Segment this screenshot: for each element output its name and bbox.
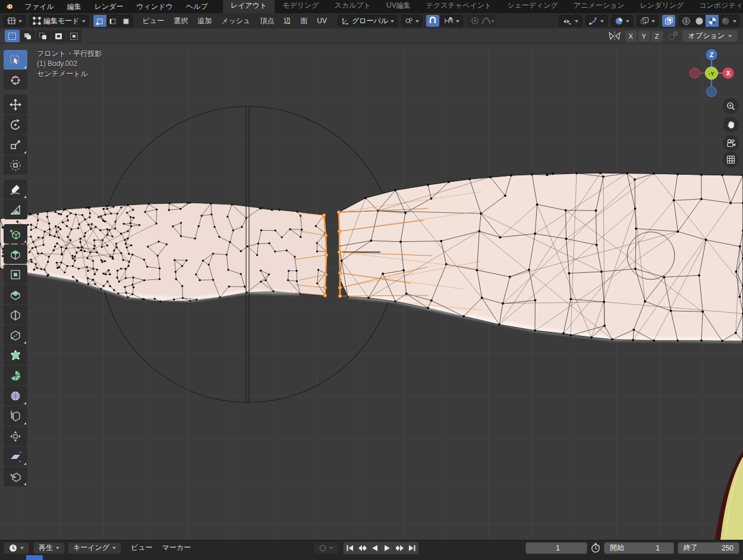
mirror-x-button[interactable]: X: [625, 30, 637, 42]
select-mode-vertex-button[interactable]: [93, 15, 106, 27]
snap-with-dropdown[interactable]: [440, 15, 463, 27]
select-mode-face-button[interactable]: [119, 15, 133, 27]
frame-end-field[interactable]: 終了 250: [678, 542, 739, 554]
tool-shrink-fatten[interactable]: [4, 426, 27, 446]
tab-rendering[interactable]: レンダリング: [632, 0, 692, 13]
shading-rendered-button[interactable]: [719, 15, 732, 27]
tool-smooth[interactable]: [4, 386, 27, 405]
playback-dropdown[interactable]: 再生: [33, 542, 65, 554]
camera-view-button[interactable]: [723, 135, 739, 151]
frame-start-field[interactable]: 開始 1: [604, 542, 674, 554]
menu-select[interactable]: 選択: [169, 14, 193, 28]
tool-annotate[interactable]: [4, 180, 27, 199]
viewport[interactable]: フロント・平行投影 (1) Body.002 センチメートル: [0, 44, 743, 540]
menu-mesh[interactable]: メッシュ: [216, 14, 255, 28]
toggle-xray-button[interactable]: [662, 15, 675, 27]
gizmo-neg-z-axis[interactable]: [707, 87, 717, 97]
snap-target-dropdown[interactable]: [401, 15, 423, 27]
menu-file[interactable]: ファイル: [18, 1, 61, 13]
tool-transform[interactable]: [4, 155, 27, 175]
play-button[interactable]: [381, 542, 393, 554]
mirror-y-button[interactable]: Y: [638, 30, 650, 42]
stopwatch-icon[interactable]: [591, 543, 600, 553]
jump-to-start-button[interactable]: [344, 542, 356, 554]
editor-type-button[interactable]: [4, 15, 26, 27]
tab-animation[interactable]: アニメーション: [566, 0, 632, 13]
tool-spin[interactable]: [4, 366, 27, 385]
timeline-track-strip[interactable]: [0, 555, 743, 560]
tool-cursor[interactable]: [4, 70, 27, 90]
mode-selector[interactable]: 編集モード: [29, 15, 89, 27]
tab-compositing[interactable]: コンポジティング: [691, 0, 743, 13]
timeline-playhead[interactable]: [26, 555, 43, 560]
blender-logo-icon[interactable]: [5, 2, 14, 11]
select-subtract-button[interactable]: [36, 30, 51, 42]
viewport-canvas[interactable]: [0, 44, 743, 540]
tool-measure[interactable]: [4, 200, 27, 219]
shading-solid-button[interactable]: [692, 15, 706, 27]
timeline-editor-type-button[interactable]: [4, 542, 29, 554]
tool-bevel[interactable]: [4, 285, 27, 304]
previous-keyframe-button[interactable]: [356, 542, 369, 554]
tab-modeling[interactable]: モデリング: [275, 0, 326, 13]
pan-button[interactable]: [723, 117, 739, 133]
tool-scale[interactable]: [4, 135, 27, 155]
snap-toggle-button[interactable]: [426, 15, 439, 27]
keying-dropdown[interactable]: キーイング: [68, 542, 121, 554]
auto-keying-toggle[interactable]: [314, 542, 338, 554]
tab-texture-paint[interactable]: テクスチャペイント: [418, 0, 500, 13]
tool-add-cube[interactable]: [4, 224, 27, 244]
menu-window[interactable]: ウィンドウ: [130, 1, 180, 13]
grid-toggle-button[interactable]: [723, 152, 739, 168]
visibility-dropdown[interactable]: [559, 15, 582, 27]
axis-gizmo[interactable]: Z X -Y: [689, 49, 734, 97]
shading-material-button[interactable]: [706, 15, 719, 27]
shading-wireframe-button[interactable]: [679, 15, 692, 27]
mirror-z-button[interactable]: Z: [651, 30, 663, 42]
tool-move[interactable]: [4, 95, 27, 114]
select-intersect-button[interactable]: [67, 30, 81, 42]
tab-shading[interactable]: シェーディング: [499, 0, 566, 13]
tab-layout[interactable]: レイアウト: [223, 0, 275, 13]
current-frame-field[interactable]: 1: [525, 542, 587, 554]
tool-edge-slide[interactable]: [4, 406, 27, 426]
menu-add[interactable]: 追加: [193, 14, 216, 28]
menu-edit[interactable]: 編集: [61, 1, 88, 13]
transform-orientation-dropdown[interactable]: グローバル: [338, 15, 398, 27]
menu-vertex[interactable]: 頂点: [255, 14, 279, 28]
options-dropdown[interactable]: オプション: [682, 30, 738, 42]
timeline-menu-view[interactable]: ビュー: [126, 541, 158, 555]
play-reverse-button[interactable]: [369, 542, 381, 554]
menu-render[interactable]: レンダー: [88, 1, 130, 13]
next-keyframe-button[interactable]: [393, 542, 406, 554]
gizmo-neg-x-axis[interactable]: [690, 68, 700, 78]
timeline-menu-marker[interactable]: マーカー: [158, 541, 196, 555]
menu-uv[interactable]: UV: [312, 15, 332, 27]
proportional-edit-button[interactable]: [468, 15, 481, 27]
gizmos-dropdown[interactable]: [585, 15, 607, 27]
tool-extrude-region[interactable]: [4, 244, 27, 264]
xray-dropdown[interactable]: [637, 15, 659, 27]
menu-view[interactable]: ビュー: [138, 14, 169, 28]
tool-poly-build[interactable]: [4, 345, 27, 365]
overlays-dropdown[interactable]: [611, 15, 633, 27]
zoom-button[interactable]: [723, 98, 739, 114]
select-extend-button[interactable]: [20, 30, 35, 42]
menu-face[interactable]: 面: [295, 14, 312, 28]
tool-shear[interactable]: [4, 446, 27, 466]
select-invert-button[interactable]: [51, 30, 66, 42]
snap-base-icon[interactable]: [668, 32, 678, 40]
proportional-falloff-dropdown[interactable]: [481, 15, 495, 27]
tool-inset-faces[interactable]: [4, 265, 27, 284]
tool-box-select[interactable]: [4, 50, 27, 70]
select-mode-edge-button[interactable]: [106, 15, 119, 27]
tool-rip-region[interactable]: [4, 467, 27, 486]
tool-rotate[interactable]: [4, 115, 27, 134]
tab-sculpting[interactable]: スカルプト: [327, 0, 379, 13]
menu-help[interactable]: ヘルプ: [180, 1, 215, 13]
select-set-button[interactable]: [5, 30, 20, 42]
menu-edge[interactable]: 辺: [279, 14, 295, 28]
tool-knife[interactable]: [4, 325, 27, 345]
tab-uv-editing[interactable]: UV編集: [379, 0, 418, 13]
tool-loop-cut[interactable]: [4, 305, 27, 325]
